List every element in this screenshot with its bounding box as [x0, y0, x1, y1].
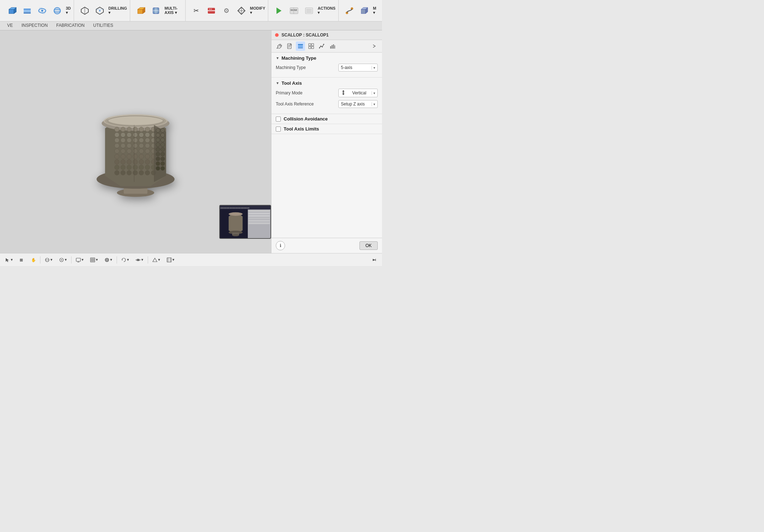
panel-icon-page[interactable]: [285, 41, 294, 51]
bottom-move[interactable]: ⊞: [17, 256, 26, 263]
svg-rect-39: [361, 9, 366, 14]
svg-point-83: [133, 148, 137, 153]
svg-rect-146: [249, 210, 270, 212]
bottom-simulate[interactable]: ▾: [119, 256, 131, 263]
panel-icon-layers[interactable]: [296, 41, 305, 51]
layers-icon: [23, 6, 31, 15]
tool-axis-header[interactable]: ▼ Tool Axis: [276, 80, 378, 86]
toolbar-item-box3d[interactable]: [5, 5, 19, 16]
bottom-arrow-right[interactable]: [370, 256, 379, 263]
toolbar-item-diamond[interactable]: [234, 5, 249, 16]
m-label: M ▾: [373, 6, 376, 15]
3d-dropdown[interactable]: 3D ▾: [65, 5, 72, 16]
actions-dropdown[interactable]: ACTIONS ▾: [317, 5, 336, 16]
collapse-triangle: ▼: [276, 56, 279, 60]
svg-point-134: [156, 166, 160, 170]
settings-arrow: ▾: [172, 257, 175, 262]
svg-marker-173: [342, 90, 344, 92]
toolbar-item-ma2[interactable]: [149, 5, 163, 16]
tab-ve[interactable]: VE: [3, 21, 17, 30]
svg-point-141: [229, 212, 243, 216]
svg-point-59: [114, 132, 119, 137]
bottom-cursor[interactable]: ▾: [3, 256, 15, 263]
tool-axis-limits-checkbox[interactable]: [276, 127, 281, 132]
collision-avoidance-label: Collision Avoidance: [284, 116, 328, 122]
tab-inspection[interactable]: INSPECTION: [17, 21, 52, 30]
svg-point-74: [121, 143, 125, 148]
bottom-filter[interactable]: ▾: [150, 256, 162, 263]
bottom-render[interactable]: ▾: [88, 256, 100, 263]
material-arrow: ▾: [110, 257, 112, 262]
mini-preview[interactable]: ■ ■ ■ ■ ■ ■ ■ ■ ■ ■ ■ ■ ■ ■ ■ ■ ■ ■ ■: [219, 205, 271, 239]
bottom-zoom-fit[interactable]: ▾: [43, 256, 55, 263]
panel-icon-graph[interactable]: [328, 41, 337, 51]
svg-point-80: [114, 148, 119, 153]
bottom-pan[interactable]: ✋: [29, 256, 38, 263]
svg-rect-147: [249, 213, 270, 215]
panel-bottom-bar: ℹ OK: [271, 238, 382, 253]
drilling-dropdown[interactable]: DRILLING ▾: [108, 5, 128, 16]
svg-rect-16: [138, 9, 143, 14]
toolbar-item-g1g2[interactable]: G1 G2: [287, 5, 301, 16]
collision-avoidance-checkbox[interactable]: [276, 117, 281, 122]
svg-point-62: [133, 132, 137, 137]
panel-icon-chart[interactable]: [317, 41, 327, 51]
zoom-window-arrow: ▾: [65, 257, 67, 262]
svg-point-165: [320, 46, 322, 47]
multiaxis2-icon: [152, 6, 160, 15]
box3d-icon: [8, 6, 16, 15]
tool-axis-ref-dropdown[interactable]: Setup Z axis ▾: [338, 100, 378, 108]
info-button[interactable]: ℹ: [276, 241, 285, 250]
toolbar-item-ex2[interactable]: [357, 5, 372, 16]
panel-icon-wrench[interactable]: [274, 41, 284, 51]
zoom-fit-arrow: ▾: [50, 257, 53, 262]
tab-utilities[interactable]: UTILITIES: [89, 21, 117, 30]
toolbar-item-layers[interactable]: [20, 5, 34, 16]
bottom-zoom-window[interactable]: ▾: [57, 256, 69, 263]
ok-button[interactable]: OK: [359, 241, 378, 250]
multiaxis-dropdown[interactable]: MULTI-AXIS ▾: [164, 5, 183, 16]
tab-fabrication[interactable]: FABRICATION: [52, 21, 89, 30]
svg-point-118: [156, 128, 160, 132]
collision-avoidance-row[interactable]: Collision Avoidance: [271, 114, 382, 124]
modify-dropdown[interactable]: MODIFY ▾: [249, 5, 266, 16]
svg-point-55: [133, 127, 137, 132]
svg-point-132: [156, 161, 160, 165]
bottom-visibility[interactable]: ▾: [133, 256, 146, 263]
toolbar-item-ex1[interactable]: [342, 5, 357, 16]
machining-type-dropdown[interactable]: 5-axis ▾: [338, 64, 378, 72]
toolbar-group-multiaxis: MULTI-AXIS ▾: [132, 0, 186, 21]
bottom-settings[interactable]: ▾: [165, 256, 177, 263]
tool-axis-ref-arrow: ▾: [372, 102, 375, 106]
bottom-material[interactable]: ▾: [102, 256, 114, 263]
render-arrow: ▾: [96, 257, 98, 262]
m-dropdown[interactable]: M ▾: [372, 5, 377, 16]
machining-type-arrow: ▾: [372, 66, 375, 70]
svg-point-120: [156, 133, 160, 137]
toolbar-item-drill2[interactable]: [93, 5, 107, 16]
svg-point-191: [137, 259, 139, 261]
toolbar-item-scissors[interactable]: ✂: [189, 5, 204, 16]
primary-mode-dropdown[interactable]: Vertical ▾: [338, 89, 378, 97]
toolbar-item-swap[interactable]: ⟷: [204, 5, 219, 16]
svg-point-54: [127, 127, 131, 132]
toolbar-item-play[interactable]: [272, 5, 286, 16]
divider1: [40, 256, 40, 263]
circle3d-icon: [53, 6, 62, 15]
bottom-display[interactable]: ▾: [74, 256, 86, 263]
3d-model: [78, 78, 193, 206]
svg-point-77: [139, 143, 143, 148]
toolbar-item-drill1[interactable]: [78, 5, 92, 16]
toolbar-item-wave[interactable]: [35, 5, 49, 16]
tool-axis-limits-row[interactable]: Tool Axis Limits: [271, 124, 382, 134]
viewport-3d[interactable]: ■ ■ ■ ■ ■ ■ ■ ■ ■ ■ ■ ■ ■ ■ ■ ■ ■ ■ ■: [0, 30, 271, 253]
traffic-light-close[interactable]: [275, 33, 279, 37]
toolbar-item-circle3d[interactable]: [50, 5, 64, 16]
toolbar-item-gear[interactable]: ⚙: [219, 5, 234, 16]
panel-expand-btn[interactable]: [370, 41, 379, 51]
toolbar-item-list[interactable]: [302, 5, 316, 16]
machining-type-header[interactable]: ▼ Machining Type: [276, 55, 378, 61]
panel-icon-grid[interactable]: [307, 41, 316, 51]
toolbar-item-ma1[interactable]: [134, 5, 148, 16]
panel-title: SCALLOP : SCALLOP1: [281, 33, 329, 38]
